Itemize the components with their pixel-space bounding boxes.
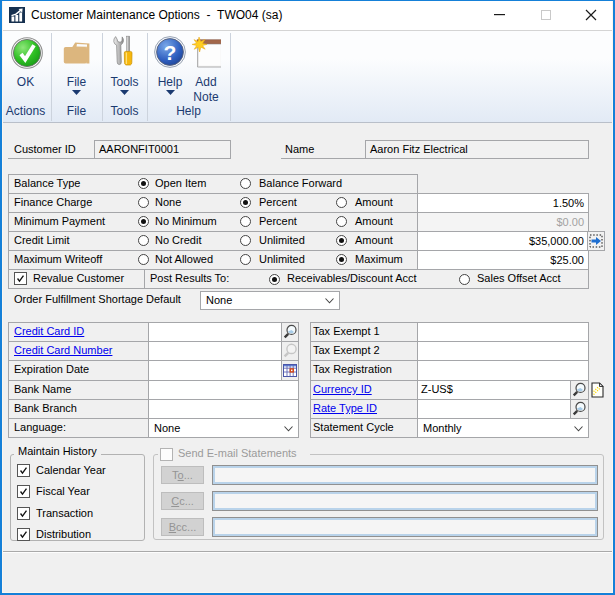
svg-text:?: ? [164,41,177,64]
